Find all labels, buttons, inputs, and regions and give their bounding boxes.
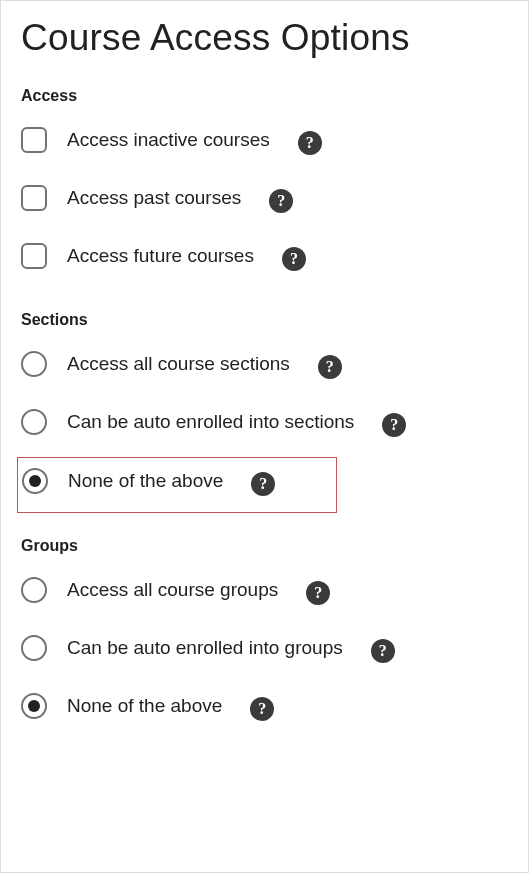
help-icon[interactable]: ? <box>269 189 293 213</box>
highlight-box: None of the above ? <box>17 457 337 513</box>
help-icon[interactable]: ? <box>298 131 322 155</box>
radio-groups-auto-enroll[interactable] <box>21 635 47 661</box>
access-heading: Access <box>21 87 510 105</box>
help-icon[interactable]: ? <box>382 413 406 437</box>
course-access-panel: Course Access Options Access Access inac… <box>0 0 529 873</box>
option-label: Access all course sections <box>67 353 290 375</box>
checkbox-access-inactive[interactable] <box>21 127 47 153</box>
access-option-inactive: Access inactive courses ? <box>21 125 510 155</box>
help-icon[interactable]: ? <box>250 697 274 721</box>
radio-groups-none[interactable] <box>21 693 47 719</box>
help-icon[interactable]: ? <box>282 247 306 271</box>
groups-option-none: None of the above ? <box>21 691 510 721</box>
help-icon[interactable]: ? <box>318 355 342 379</box>
groups-heading: Groups <box>21 537 510 555</box>
radio-groups-all[interactable] <box>21 577 47 603</box>
groups-option-list: Access all course groups ? Can be auto e… <box>21 575 510 721</box>
option-label: Access future courses <box>67 245 254 267</box>
page-title: Course Access Options <box>21 17 510 59</box>
checkbox-access-future[interactable] <box>21 243 47 269</box>
sections-option-all: Access all course sections ? <box>21 349 510 379</box>
help-icon[interactable]: ? <box>251 472 275 496</box>
sections-option-list: Access all course sections ? Can be auto… <box>21 349 510 497</box>
option-label: Can be auto enrolled into groups <box>67 637 343 659</box>
access-option-future: Access future courses ? <box>21 241 510 271</box>
sections-option-none: None of the above ? <box>21 465 510 497</box>
help-icon[interactable]: ? <box>306 581 330 605</box>
radio-sections-all[interactable] <box>21 351 47 377</box>
sections-heading: Sections <box>21 311 510 329</box>
option-label: None of the above <box>68 470 223 492</box>
sections-option-auto-enroll: Can be auto enrolled into sections ? <box>21 407 510 437</box>
groups-option-all: Access all course groups ? <box>21 575 510 605</box>
radio-sections-auto-enroll[interactable] <box>21 409 47 435</box>
access-option-list: Access inactive courses ? Access past co… <box>21 125 510 271</box>
option-label: Access all course groups <box>67 579 278 601</box>
option-label: Access past courses <box>67 187 241 209</box>
option-label: Access inactive courses <box>67 129 270 151</box>
option-label: Can be auto enrolled into sections <box>67 411 354 433</box>
groups-option-auto-enroll: Can be auto enrolled into groups ? <box>21 633 510 663</box>
option-label: None of the above <box>67 695 222 717</box>
help-icon[interactable]: ? <box>371 639 395 663</box>
radio-sections-none[interactable] <box>22 468 48 494</box>
access-option-past: Access past courses ? <box>21 183 510 213</box>
checkbox-access-past[interactable] <box>21 185 47 211</box>
